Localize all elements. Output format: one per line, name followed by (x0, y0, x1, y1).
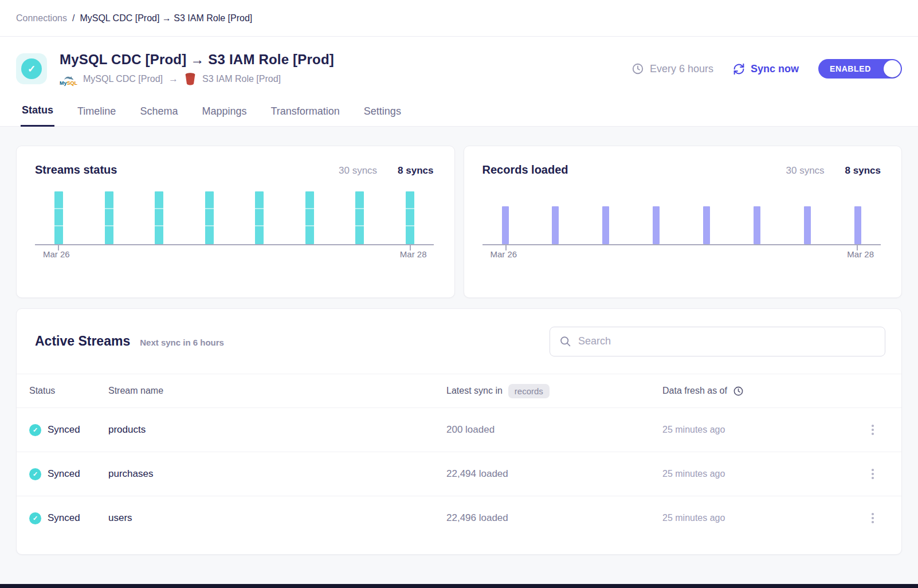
row-data-fresh: 25 minutes ago (662, 469, 857, 479)
synced-check-icon: ✓ (29, 512, 41, 524)
page-title: MySQL CDC [Prod] → S3 IAM Role [Prod] (60, 52, 631, 68)
row-status: Synced (48, 468, 80, 480)
sync-bar[interactable] (155, 191, 163, 244)
row-stream-name: purchases (108, 468, 446, 480)
column-latest-sync: Latest sync in (446, 386, 503, 396)
sync-bar[interactable] (105, 191, 113, 244)
sync-bar[interactable] (355, 191, 364, 244)
sync-bar[interactable] (255, 191, 264, 244)
x-axis (35, 244, 434, 245)
row-records-loaded: 22,496 loaded (446, 512, 662, 524)
row-data-fresh: 25 minutes ago (662, 513, 857, 523)
sync-now-button[interactable]: Sync now (733, 63, 799, 75)
sync-bar[interactable] (552, 206, 559, 244)
row-stream-name: users (108, 512, 446, 524)
arrow-icon: → (168, 73, 178, 85)
synced-check-icon: ✓ (29, 424, 41, 436)
breadcrumb-separator: / (72, 13, 74, 23)
sync-bar[interactable] (653, 206, 660, 244)
x-axis (482, 244, 881, 245)
search-box[interactable] (550, 327, 885, 356)
tab-transformation[interactable]: Transformation (269, 102, 340, 126)
table-header-row: Status Stream name Latest sync in record… (17, 374, 901, 407)
tab-mappings[interactable]: Mappings (201, 102, 248, 126)
syncs-total-label[interactable]: 30 syncs (786, 165, 825, 177)
breadcrumb-current: MySQL CDC [Prod] → S3 IAM Role [Prod] (80, 13, 252, 23)
row-data-fresh: 25 minutes ago (662, 425, 857, 435)
row-menu-button[interactable] (868, 465, 877, 483)
chart-title-streams-status: Streams status (35, 163, 117, 177)
next-sync-label: Next sync in 6 hours (140, 338, 224, 347)
sync-bar[interactable] (754, 206, 760, 244)
check-circle-icon: ✓ (21, 58, 42, 79)
syncs-shown-label[interactable]: 8 syncs (845, 165, 881, 177)
syncs-shown-label[interactable]: 8 syncs (398, 165, 433, 177)
connection-status-icon: ✓ (16, 53, 47, 84)
row-status: Synced (48, 512, 80, 524)
tab-timeline[interactable]: Timeline (76, 102, 117, 126)
clock-icon (733, 386, 744, 397)
refresh-icon (733, 63, 745, 75)
mysql-logo-icon: MySQL (60, 75, 77, 86)
breadcrumb-connections-link[interactable]: Connections (16, 13, 67, 23)
streams-status-card: Streams status 30 syncs 8 syncs Mar 26 M… (16, 146, 455, 298)
x-axis-label-end: Mar 28 (847, 249, 874, 259)
records-loaded-chart: Mar 26 Mar 28 (482, 191, 881, 259)
tab-bar: Status Timeline Schema Mappings Transfor… (0, 92, 918, 127)
sync-bar[interactable] (54, 191, 63, 244)
records-loaded-card: Records loaded 30 syncs 8 syncs Mar 26 M… (464, 146, 903, 298)
enabled-toggle-label: ENABLED (818, 64, 871, 73)
chart-title-records-loaded: Records loaded (482, 163, 568, 177)
x-axis-label-end: Mar 28 (400, 249, 427, 259)
active-streams-card: Active Streams Next sync in 6 hours Stat… (16, 308, 902, 555)
search-icon (559, 335, 571, 347)
sync-bar[interactable] (703, 206, 710, 244)
s3-bucket-icon (184, 72, 197, 86)
column-data-fresh: Data fresh as of (662, 386, 727, 396)
tab-status[interactable]: Status (21, 101, 54, 127)
row-records-loaded: 200 loaded (446, 424, 662, 436)
active-streams-title: Active Streams (35, 334, 130, 349)
streams-status-chart: Mar 26 Mar 28 (35, 191, 434, 259)
sync-bar[interactable] (602, 206, 609, 244)
sync-bar[interactable] (205, 191, 214, 244)
sync-bar[interactable] (305, 191, 314, 244)
syncs-total-label[interactable]: 30 syncs (339, 165, 377, 177)
sync-bar[interactable] (406, 191, 414, 244)
x-axis-label-start: Mar 26 (491, 249, 517, 259)
bottom-edge-bar (0, 584, 918, 588)
records-badge[interactable]: records (508, 384, 550, 398)
table-row[interactable]: ✓ Synced products 200 loaded 25 minutes … (17, 407, 901, 452)
destination-name: S3 IAM Role [Prod] (202, 74, 281, 84)
row-stream-name: products (108, 424, 446, 436)
search-input[interactable] (578, 335, 876, 347)
row-status: Synced (48, 424, 80, 436)
x-axis-label-start: Mar 26 (43, 249, 70, 259)
row-records-loaded: 22,494 loaded (446, 468, 662, 480)
breadcrumb: Connections / MySQL CDC [Prod] → S3 IAM … (0, 0, 918, 37)
enabled-toggle[interactable]: ENABLED (818, 59, 902, 79)
toggle-knob[interactable] (884, 60, 901, 77)
column-stream-name: Stream name (108, 386, 446, 396)
connection-header: ✓ MySQL CDC [Prod] → S3 IAM Role [Prod] … (0, 37, 918, 92)
sync-bar[interactable] (804, 206, 811, 244)
source-name: MySQL CDC [Prod] (83, 74, 163, 84)
tab-settings[interactable]: Settings (363, 102, 402, 126)
clock-icon (631, 62, 644, 75)
row-menu-button[interactable] (868, 421, 877, 438)
table-body: ✓ Synced products 200 loaded 25 minutes … (17, 407, 901, 540)
sync-schedule: Every 6 hours (631, 62, 713, 75)
column-status: Status (29, 386, 108, 396)
sync-bar[interactable] (854, 206, 861, 244)
synced-check-icon: ✓ (29, 468, 41, 480)
table-row[interactable]: ✓ Synced purchases 22,494 loaded 25 minu… (17, 452, 901, 496)
table-row[interactable]: ✓ Synced users 22,496 loaded 25 minutes … (17, 496, 901, 540)
sync-bar[interactable] (502, 206, 509, 244)
row-menu-button[interactable] (868, 509, 877, 527)
tab-schema[interactable]: Schema (139, 102, 179, 126)
